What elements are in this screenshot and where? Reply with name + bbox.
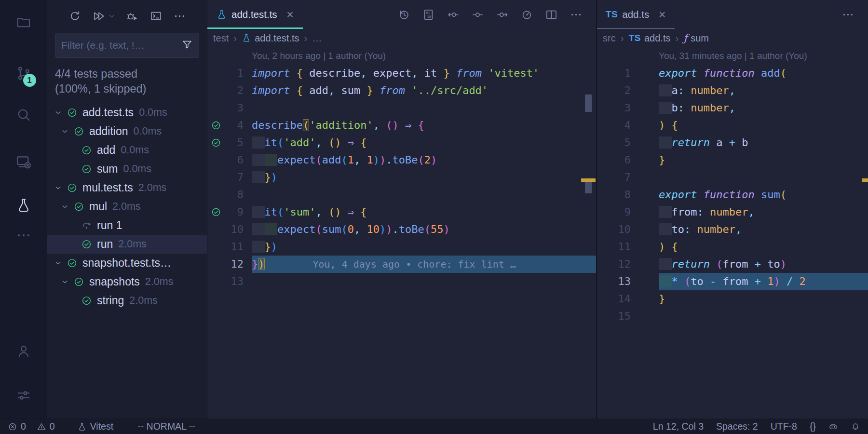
test-skipped-icon[interactable] [79, 220, 94, 231]
chevron-down-icon[interactable] [58, 203, 71, 211]
test-passed-icon[interactable] [79, 295, 94, 306]
status-item-0[interactable]: 0 [8, 421, 26, 432]
chevron-down-icon[interactable] [51, 184, 65, 192]
chevron-down-icon[interactable] [51, 259, 65, 267]
chevron-down-icon[interactable] [58, 127, 71, 136]
change-icon[interactable] [471, 8, 484, 21]
test-passed-icon[interactable] [65, 107, 79, 118]
debug-run-icon[interactable] [126, 10, 139, 23]
code-line-12[interactable]: 12})You, 4 days ago • chore: fix lint … [207, 256, 596, 273]
code-line-3[interactable]: 3 b: number, [597, 99, 868, 117]
codelens-blame[interactable]: You, 31 minutes ago | 1 author (You) [597, 47, 868, 65]
test-passed-icon[interactable] [65, 258, 79, 269]
filter-box[interactable]: Filter (e.g. text, !… [55, 33, 199, 58]
test-tree-row[interactable]: add 0.0ms [47, 141, 207, 160]
code-line-2[interactable]: 2import { add, sum } from '../src/add' [207, 82, 596, 99]
status-item-utf-8[interactable]: UTF-8 [771, 421, 797, 432]
code-line-1[interactable]: 1export function add( [597, 65, 868, 82]
code-line-5[interactable]: 5 return a + b [597, 134, 868, 151]
code-line-13[interactable]: 13 [207, 273, 596, 290]
status-item-bell[interactable] [851, 422, 860, 432]
code-line-4[interactable]: 4describe('addition', () ⇒ { [207, 117, 596, 134]
gutter-test-passed-icon[interactable] [207, 117, 225, 134]
close-icon[interactable]: ✕ [286, 9, 294, 20]
status-item-ln-12-col-3[interactable]: Ln 12, Col 3 [653, 421, 704, 432]
tab-add.ts[interactable]: TS add.ts ✕ [597, 0, 675, 29]
breadcrumb[interactable]: test›add.test.ts›… [207, 29, 596, 47]
next-change-icon[interactable] [496, 8, 509, 21]
more-icon[interactable] [841, 8, 854, 21]
test-tree-row[interactable]: mul.test.ts 2.0ms [47, 178, 207, 197]
activity-item-source-control[interactable]: 1 [14, 64, 33, 83]
split-editor-icon[interactable] [545, 8, 558, 21]
code-line-12[interactable]: 12 return (from + to) [597, 256, 868, 273]
code-line-11[interactable]: 11 }) [207, 238, 596, 256]
prev-change-icon[interactable] [447, 8, 460, 21]
test-tree-row[interactable]: string 2.0ms [47, 291, 207, 310]
code-line-8[interactable]: 8export function sum( [597, 186, 868, 203]
tab-add.test.ts[interactable]: add.test.ts ✕ [207, 0, 303, 29]
activity-item-files[interactable] [14, 13, 33, 32]
test-passed-icon[interactable] [79, 239, 94, 250]
code-line-10[interactable]: 10 to: number, [597, 221, 868, 238]
status-item-spaces-2[interactable]: Spaces: 2 [716, 421, 758, 432]
activity-item-testing[interactable] [14, 196, 33, 215]
test-tree-row[interactable]: run 1 [47, 216, 207, 235]
code-line-10[interactable]: 10 expect(sum(0, 10)).toBe(55) [207, 221, 596, 238]
status-item--[interactable]: {} [810, 421, 816, 432]
status-item-copilot[interactable] [828, 422, 838, 432]
code-line-11[interactable]: 11) { [597, 238, 868, 256]
gutter-test-passed-icon[interactable] [207, 203, 225, 221]
activity-item-settings[interactable] [14, 386, 33, 405]
test-tree-row[interactable]: add.test.ts 0.0ms [47, 103, 207, 122]
code-line-7[interactable]: 7 }) [207, 169, 596, 186]
code-line-14[interactable]: 14} [597, 290, 868, 308]
chevron-down-icon[interactable] [58, 278, 71, 286]
code-line-9[interactable]: 9 it('sum', () ⇒ { [207, 203, 596, 221]
breadcrumb-item[interactable]: add.ts [644, 33, 670, 44]
activity-item-more[interactable] [14, 226, 33, 245]
breadcrumb-item[interactable]: add.test.ts [255, 33, 299, 44]
breadcrumb-item[interactable]: test [213, 33, 229, 44]
code-line-4[interactable]: 4) { [597, 117, 868, 134]
gutter-test-passed-icon[interactable] [207, 134, 225, 151]
test-tree-row[interactable]: addition 0.0ms [47, 122, 207, 141]
more-icon[interactable] [570, 8, 583, 21]
scrollbar-thumb[interactable] [585, 95, 592, 112]
close-icon[interactable]: ✕ [658, 9, 666, 20]
code-line-7[interactable]: 7 [597, 169, 868, 186]
test-passed-icon[interactable] [79, 163, 94, 175]
test-passed-icon[interactable] [71, 201, 86, 212]
test-tree-row[interactable]: mul 2.0ms [47, 197, 207, 216]
test-passed-icon[interactable] [79, 145, 94, 156]
test-passed-icon[interactable] [65, 182, 79, 193]
filter-icon[interactable] [181, 39, 193, 52]
test-tree-row[interactable]: snapshot.test.ts… [47, 254, 207, 272]
refresh-icon[interactable] [68, 10, 81, 23]
scrollbar-thumb[interactable] [585, 182, 592, 193]
history-icon[interactable] [397, 8, 410, 21]
test-tree-row[interactable]: run 2.0ms [47, 235, 207, 254]
code-line-2[interactable]: 2 a: number, [597, 82, 868, 99]
status-item--normal-[interactable]: -- NORMAL -- [137, 421, 195, 432]
test-passed-icon[interactable] [71, 126, 86, 137]
breadcrumb-item[interactable]: … [312, 33, 322, 44]
code-line-8[interactable]: 8 [207, 186, 596, 203]
breadcrumb-item[interactable]: sum [691, 33, 709, 44]
code-line-6[interactable]: 6} [597, 151, 868, 169]
code-line-6[interactable]: 6 expect(add(1, 1)).toBe(2) [207, 151, 596, 169]
chevron-down-icon[interactable] [108, 13, 115, 20]
activity-item-account[interactable] [14, 341, 33, 361]
run-all-icon[interactable] [92, 10, 105, 23]
chevron-down-icon[interactable] [51, 108, 65, 117]
open-editor-icon[interactable] [149, 10, 163, 23]
code-line-5[interactable]: 5 it('add', () ⇒ { [207, 134, 596, 151]
test-tree-row[interactable]: snapshots 2.0ms [47, 272, 207, 291]
activity-item-search[interactable] [14, 105, 33, 124]
binary-file-icon[interactable]: 0110 [422, 8, 435, 21]
breadcrumb-item[interactable]: src [603, 33, 616, 44]
code-line-1[interactable]: 1import { describe, expect, it } from 'v… [207, 65, 596, 82]
code-line-15[interactable]: 15 [597, 308, 868, 325]
activity-item-remote-explorer[interactable] [14, 152, 33, 172]
code-line-13[interactable]: 13 * (to - from + 1) / 2 [597, 273, 868, 290]
